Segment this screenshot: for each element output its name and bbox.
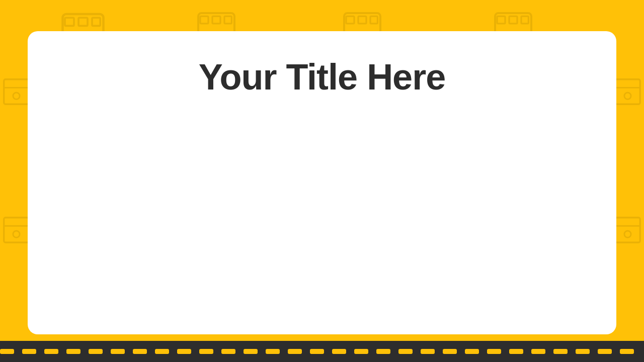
svg-rect-59: [509, 349, 523, 354]
svg-rect-47: [244, 349, 258, 354]
bg-icon-left-2: [3, 216, 30, 244]
svg-rect-62: [576, 349, 590, 354]
svg-rect-58: [487, 349, 501, 354]
svg-rect-15: [370, 16, 377, 23]
svg-rect-14: [358, 16, 366, 23]
svg-rect-57: [465, 349, 479, 354]
svg-rect-60: [531, 349, 545, 354]
svg-rect-43: [155, 349, 169, 354]
svg-rect-37: [22, 349, 36, 354]
svg-rect-33: [615, 218, 640, 243]
svg-rect-45: [199, 349, 213, 354]
road-bar: [0, 341, 644, 362]
svg-rect-38: [44, 349, 58, 354]
content-card: Your Title Here: [28, 31, 616, 334]
svg-point-29: [13, 231, 20, 237]
svg-rect-1: [65, 18, 74, 26]
svg-rect-41: [111, 349, 125, 354]
road-dashes: [0, 341, 644, 362]
svg-point-32: [624, 93, 631, 99]
svg-rect-30: [615, 79, 640, 105]
svg-rect-2: [78, 18, 88, 26]
svg-rect-20: [509, 16, 517, 23]
svg-rect-19: [497, 16, 505, 23]
svg-rect-63: [598, 349, 612, 354]
svg-rect-53: [376, 349, 390, 354]
svg-rect-40: [89, 349, 103, 354]
svg-rect-42: [133, 349, 147, 354]
svg-rect-44: [177, 349, 191, 354]
svg-rect-13: [346, 16, 354, 23]
svg-rect-24: [4, 79, 29, 105]
bg-icon-right-2: [614, 216, 641, 244]
svg-rect-50: [310, 349, 324, 354]
svg-point-26: [13, 93, 20, 99]
svg-rect-46: [221, 349, 235, 354]
svg-rect-64: [620, 349, 634, 354]
svg-rect-52: [354, 349, 368, 354]
bg-icon-left-1: [3, 78, 30, 106]
svg-rect-55: [421, 349, 435, 354]
svg-rect-3: [92, 18, 100, 26]
slide-background: Your Title Here: [0, 0, 644, 362]
svg-rect-48: [266, 349, 280, 354]
svg-rect-7: [200, 16, 208, 23]
svg-rect-8: [212, 16, 220, 23]
svg-rect-21: [521, 16, 528, 23]
svg-rect-39: [66, 349, 80, 354]
svg-rect-61: [553, 349, 568, 354]
svg-rect-54: [398, 349, 413, 354]
slide-title: Your Title Here: [199, 56, 445, 98]
svg-rect-56: [443, 349, 457, 354]
svg-point-35: [624, 231, 631, 237]
svg-rect-36: [0, 349, 14, 354]
road-dash-pattern: [0, 341, 644, 362]
svg-rect-51: [332, 349, 346, 354]
svg-rect-49: [288, 349, 302, 354]
bg-icon-right-1: [614, 78, 641, 106]
svg-rect-27: [4, 218, 29, 243]
svg-rect-9: [224, 16, 231, 23]
